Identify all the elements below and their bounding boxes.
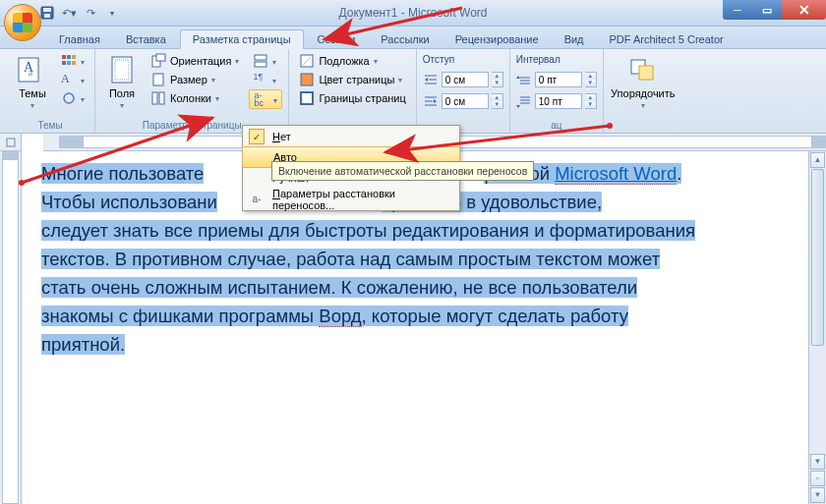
themes-icon: Aa — [17, 54, 48, 85]
spacing-before-spinner[interactable]: ▲▼ — [585, 72, 597, 87]
numbers-icon: 1¶ — [253, 72, 268, 87]
theme-fonts-button[interactable]: A — [57, 71, 88, 88]
close-button[interactable]: ✕ — [782, 0, 826, 20]
breaks-button[interactable] — [249, 52, 282, 70]
svg-rect-7 — [67, 55, 71, 59]
prev-page-button[interactable]: ◦ — [810, 471, 825, 486]
chevron-down-icon: ▾ — [120, 101, 124, 110]
columns-button[interactable]: Колонки — [147, 89, 243, 107]
spacing-after-icon — [516, 94, 532, 108]
ribbon: Aa Темы ▾ A Темы Поля ▾ Ориентация Разме… — [0, 49, 826, 134]
size-button[interactable]: Размер — [147, 71, 243, 88]
spacing-before-icon — [516, 73, 532, 86]
size-icon — [150, 72, 166, 87]
svg-rect-6 — [62, 55, 66, 59]
ruler-corner — [0, 134, 22, 151]
check-icon: ✓ — [249, 129, 265, 144]
group-themes-label: Темы — [12, 118, 88, 133]
arrange-label: Упорядочить — [611, 87, 675, 99]
columns-icon — [150, 90, 166, 106]
group-spacing: Интервал 0 пт ▲▼ 10 пт ▲▼ ац — [510, 49, 604, 133]
svg-rect-1 — [43, 8, 51, 12]
office-button[interactable] — [4, 4, 41, 41]
orientation-button[interactable]: Ориентация — [147, 52, 243, 70]
arrange-button[interactable]: Упорядочить ▾ — [610, 52, 677, 112]
scroll-down-button[interactable]: ▼ — [810, 454, 825, 470]
colors-icon — [61, 53, 77, 69]
borders-icon — [299, 90, 315, 106]
tab-home[interactable]: Главная — [47, 30, 112, 48]
tab-mailings[interactable]: Рассылки — [369, 30, 441, 48]
themes-label: Темы — [19, 87, 46, 99]
dropdown-item-options[interactable]: a- Параметры расстановки переносов... — [243, 189, 459, 210]
undo-icon[interactable]: ↶▾ — [61, 5, 77, 21]
page-color-button[interactable]: Цвет страницы — [295, 71, 409, 88]
window-title: Документ1 - Microsoft Word — [338, 6, 487, 20]
fonts-icon: A — [61, 72, 77, 87]
scrollbar-vertical[interactable]: ▲ ▼ ◦ ▼ — [808, 151, 826, 504]
quick-access-toolbar: ↶▾ ↷ ▾ — [39, 5, 120, 21]
theme-colors-button[interactable] — [57, 52, 88, 70]
themes-button[interactable]: Aa Темы ▾ — [12, 52, 53, 112]
tab-insert[interactable]: Вставка — [114, 30, 178, 48]
spacing-before-field: 0 пт ▲▼ — [516, 72, 597, 87]
qat-more-icon[interactable]: ▾ — [104, 5, 120, 21]
scroll-up-button[interactable]: ▲ — [810, 152, 825, 168]
chevron-down-icon: ▾ — [641, 101, 645, 110]
group-arrange: Упорядочить ▾ — [604, 49, 682, 133]
watermark-icon — [299, 53, 315, 69]
indent-right-icon — [423, 94, 439, 108]
group-themes: Aa Темы ▾ A Темы — [6, 49, 95, 133]
indent-right-spinner[interactable]: ▲▼ — [492, 93, 503, 109]
svg-rect-25 — [301, 92, 313, 104]
indent-left-field: 0 см ▲▼ — [423, 72, 503, 87]
maximize-button[interactable]: ▭ — [752, 0, 782, 20]
line-numbers-button[interactable]: 1¶ — [249, 71, 282, 88]
spacing-after-spinner[interactable]: ▲▼ — [585, 93, 597, 109]
indent-right-input[interactable]: 0 см — [442, 93, 489, 109]
arrange-icon — [627, 54, 659, 85]
title-bar: ↶▾ ↷ ▾ Документ1 - Microsoft Word ─ ▭ ✕ — [0, 0, 826, 27]
svg-rect-17 — [153, 74, 163, 85]
theme-effects-button[interactable] — [57, 89, 88, 107]
orientation-icon — [150, 53, 166, 69]
next-page-button[interactable]: ▼ — [810, 487, 825, 503]
indent-right-field: 0 см ▲▼ — [423, 93, 503, 109]
svg-rect-20 — [255, 55, 266, 60]
tab-page-layout[interactable]: Разметка страницы — [180, 29, 304, 49]
tab-pdf-architect[interactable]: PDF Architect 5 Creator — [598, 30, 736, 48]
spacing-header: Интервал — [516, 54, 560, 65]
tab-view[interactable]: Вид — [553, 30, 596, 48]
margins-button[interactable]: Поля ▾ — [101, 52, 143, 112]
tab-references[interactable]: Ссылки — [306, 30, 368, 48]
page-borders-button[interactable]: Границы страниц — [295, 89, 409, 107]
svg-rect-39 — [639, 66, 653, 80]
spacing-after-input[interactable]: 10 пт — [535, 93, 582, 109]
margins-label: Поля — [109, 87, 135, 99]
hyphenation-button[interactable]: a-bc — [249, 89, 282, 109]
indent-left-spinner[interactable]: ▲▼ — [492, 72, 503, 87]
group-page-background: Подложка Цвет страницы Границы страниц — [289, 49, 416, 133]
window-controls: ─ ▭ ✕ — [723, 0, 826, 20]
chevron-down-icon: ▾ — [30, 101, 34, 110]
tab-review[interactable]: Рецензирование — [443, 30, 551, 48]
redo-icon[interactable]: ↷ — [83, 5, 98, 21]
group-page-setup: Поля ▾ Ориентация Размер Колонки 1¶ a-bc… — [95, 49, 289, 133]
save-icon[interactable] — [39, 5, 55, 21]
dropdown-item-none[interactable]: ✓ Нет — [243, 126, 459, 147]
watermark-button[interactable]: Подложка — [295, 52, 409, 70]
ruler-vertical[interactable] — [0, 151, 22, 504]
scroll-thumb[interactable] — [811, 169, 824, 346]
group-indent: Отступ 0 см ▲▼ 0 см ▲▼ — [417, 49, 510, 133]
svg-rect-10 — [67, 61, 71, 65]
page-color-icon — [299, 72, 315, 87]
spacing-before-input[interactable]: 0 пт — [535, 72, 582, 87]
hyphenation-icon: a-bc — [254, 91, 269, 107]
svg-rect-24 — [301, 74, 313, 85]
svg-rect-40 — [7, 139, 15, 146]
indent-left-input[interactable]: 0 см — [442, 72, 489, 87]
minimize-button[interactable]: ─ — [723, 0, 752, 20]
margins-icon — [106, 54, 138, 85]
spacing-after-field: 10 пт ▲▼ — [516, 93, 597, 109]
svg-rect-16 — [156, 54, 165, 61]
